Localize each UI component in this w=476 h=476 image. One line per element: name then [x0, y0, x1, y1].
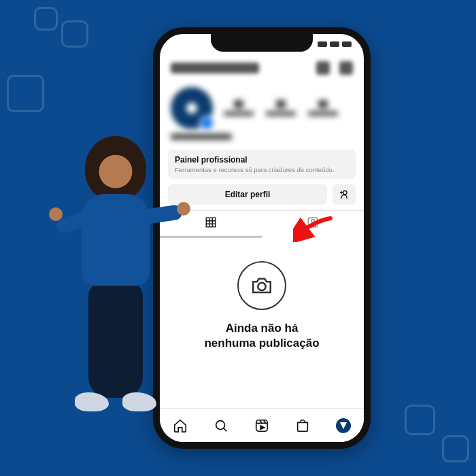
stat-following	[308, 100, 338, 116]
avatar-blurred	[171, 87, 213, 129]
bg-square	[61, 20, 88, 48]
svg-rect-1	[206, 218, 216, 227]
phone-notch	[211, 34, 313, 52]
bg-square	[34, 7, 58, 31]
bg-square	[442, 435, 469, 462]
discover-people-button[interactable]	[333, 184, 356, 205]
signal-icon	[318, 41, 327, 47]
empty-state: Ainda não há nenhuma publicação	[160, 237, 364, 364]
menu-icon[interactable]	[339, 61, 353, 75]
svg-point-0	[343, 191, 347, 194]
bg-square	[405, 405, 435, 435]
wifi-icon	[330, 41, 339, 47]
panel-subtitle: Ferramentas e recursos só para criadores…	[175, 166, 349, 173]
panel-title: Painel profissional	[175, 155, 349, 165]
profile-tabs	[160, 210, 364, 237]
empty-text-line1: Ainda não há	[226, 322, 299, 335]
camera-icon	[250, 274, 273, 297]
stat-followers	[266, 100, 296, 116]
battery-icon	[342, 41, 352, 47]
home-icon[interactable]	[173, 418, 188, 433]
search-icon[interactable]	[214, 418, 228, 433]
tab-tagged[interactable]	[262, 211, 364, 237]
tagged-icon	[307, 216, 319, 228]
create-icon[interactable]	[316, 61, 330, 75]
empty-text-line2: nenhuma publicação	[204, 337, 319, 350]
grid-icon	[205, 216, 217, 228]
edit-profile-button[interactable]: Editar perfil	[168, 184, 327, 205]
profile-stats-row	[160, 82, 364, 132]
username-blurred	[171, 63, 259, 73]
profile-header	[160, 54, 364, 82]
status-time	[172, 40, 174, 48]
svg-point-4	[258, 283, 265, 290]
phone-frame: Painel profissional Ferramentas e recurs…	[153, 27, 371, 449]
bg-square	[7, 75, 44, 112]
bottom-navigation	[160, 408, 364, 442]
shop-icon[interactable]	[295, 418, 310, 433]
camera-circle	[237, 261, 286, 310]
profile-tab-avatar[interactable]	[336, 418, 351, 433]
professional-panel-card[interactable]: Painel profissional Ferramentas e recurs…	[168, 150, 356, 179]
svg-point-3	[311, 220, 315, 223]
add-friend-icon	[339, 189, 350, 200]
stat-posts	[224, 100, 254, 116]
mascot-character	[58, 136, 173, 422]
bio-blurred	[160, 132, 364, 147]
svg-point-5	[216, 420, 225, 429]
reels-icon[interactable]	[254, 418, 269, 433]
